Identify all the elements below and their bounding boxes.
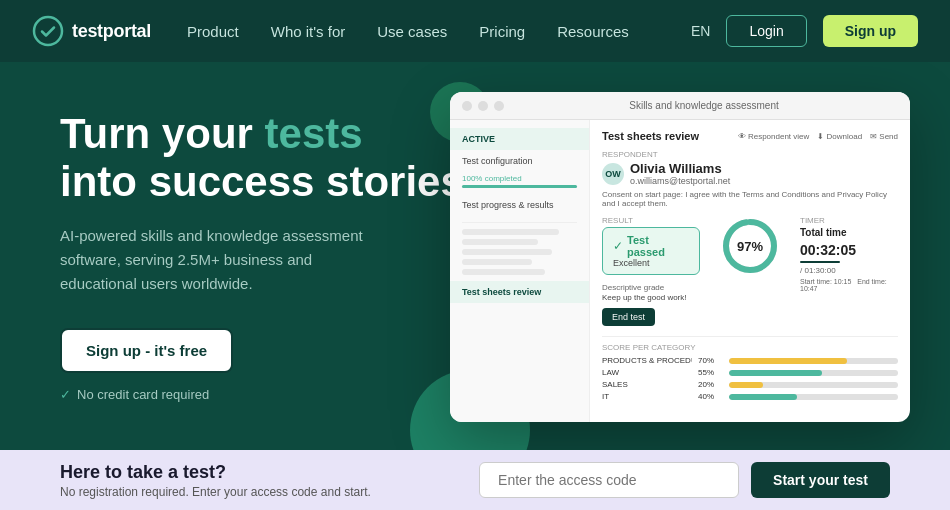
passed-badge: ✓ Test passed Excellent xyxy=(602,227,700,275)
hero-title-highlight: tests xyxy=(265,110,363,157)
respondent-section: RESPONDENT OW Olivia Williams o.williams… xyxy=(602,150,898,208)
hero-section: Turn your tests into success stories AI-… xyxy=(0,62,950,450)
sidebar-test-config: Test configuration xyxy=(450,150,589,172)
mockup-window: Skills and knowledge assessment ACTIVE T… xyxy=(450,92,910,422)
signup-button[interactable]: Sign up xyxy=(823,15,918,47)
score-section-label: SCORE PER CATEGORY xyxy=(602,343,898,352)
no-credit-text: No credit card required xyxy=(60,387,480,402)
sidebar-active-tab: ACTIVE xyxy=(450,128,589,150)
nav-pricing[interactable]: Pricing xyxy=(479,23,525,40)
sidebar-test-sheets: Test sheets review xyxy=(450,281,589,303)
score-row-law: LAW 55% xyxy=(602,368,898,377)
progress-bar-fill xyxy=(462,185,577,188)
nav-product[interactable]: Product xyxy=(187,23,239,40)
sidebar-test-progress: Test progress & results xyxy=(450,194,589,216)
mockup-topbar: Test sheets review 👁 Respondent view ⬇ D… xyxy=(602,130,898,142)
respondent-details: Olivia Williams o.williams@testportal.ne… xyxy=(630,161,730,186)
send-action: ✉ Send xyxy=(870,132,898,141)
hero-title: Turn your tests into success stories xyxy=(60,110,480,207)
respondent-view: 👁 Respondent view xyxy=(738,132,810,141)
brand-name: testportal xyxy=(72,21,151,42)
access-code-input[interactable] xyxy=(479,462,739,498)
window-dot-1 xyxy=(462,101,472,111)
desc-grade-text: Keep up the good work! xyxy=(602,293,700,302)
mockup-header: Skills and knowledge assessment xyxy=(450,92,910,120)
score-row-sales: SALES 20% xyxy=(602,380,898,389)
mockup-title: Skills and knowledge assessment xyxy=(510,100,898,111)
test-sheets-title: Test sheets review xyxy=(602,130,699,142)
end-time-label: End time xyxy=(857,278,885,285)
respondent-name: Olivia Williams xyxy=(630,161,730,176)
hero-title-line2: into success stories xyxy=(60,158,464,205)
nav-links: Product Who it's for Use cases Pricing R… xyxy=(187,23,691,40)
hero-subtitle: AI-powered skills and knowledge assessme… xyxy=(60,224,380,296)
percentage-label: 97% xyxy=(737,239,763,254)
start-time-value: 10:15 xyxy=(834,278,852,285)
respondent-label: RESPONDENT xyxy=(602,150,898,159)
check-icon: ✓ xyxy=(613,239,623,253)
bottom-left: Here to take a test? No registration req… xyxy=(60,462,439,499)
download-action: ⬇ Download xyxy=(817,132,862,141)
hero-cta-button[interactable]: Sign up - it's free xyxy=(60,328,233,373)
percentage-circle: 97% xyxy=(710,216,790,276)
hero-content: Turn your tests into success stories AI-… xyxy=(60,110,480,403)
donut-chart: 97% xyxy=(720,216,780,276)
end-test-button[interactable]: End test xyxy=(602,308,655,326)
progress-completed: 100% completed xyxy=(462,174,577,183)
hero-title-line1: Turn your xyxy=(60,110,265,157)
score-row-it: IT 40% xyxy=(602,392,898,401)
passed-header: ✓ Test passed xyxy=(613,234,689,258)
consent-text: Consent on start page: I agree with the … xyxy=(602,190,898,208)
passed-text: Test passed xyxy=(627,234,689,258)
timer-value: 00:32:05 xyxy=(800,242,898,258)
mockup-sidebar: ACTIVE Test configuration 100% completed… xyxy=(450,120,590,422)
logo[interactable]: testportal xyxy=(32,15,151,47)
grade-text: Excellent xyxy=(613,258,689,268)
bottom-section: Here to take a test? No registration req… xyxy=(0,450,950,510)
progress-bar-container: 100% completed xyxy=(450,172,589,194)
time-range: Start time: 10:15 End time: 10:47 xyxy=(800,278,898,292)
timer-max: / 01:30:00 xyxy=(800,266,898,275)
result-row: RESULT ✓ Test passed Excellent Descripti… xyxy=(602,216,898,326)
respondent-info: OW Olivia Williams o.williams@testportal… xyxy=(602,161,898,186)
bottom-subtitle: No registration required. Enter your acc… xyxy=(60,485,439,499)
nav-usecases[interactable]: Use cases xyxy=(377,23,447,40)
mockup-main-content: Test sheets review 👁 Respondent view ⬇ D… xyxy=(590,120,910,422)
language-selector[interactable]: EN xyxy=(691,23,710,39)
result-label: RESULT xyxy=(602,216,700,225)
access-form: Start your test xyxy=(479,462,890,498)
mockup-body: ACTIVE Test configuration 100% completed… xyxy=(450,120,910,422)
start-time-label: Start time xyxy=(800,278,830,285)
window-dot-3 xyxy=(494,101,504,111)
svg-point-0 xyxy=(34,17,62,45)
desc-grade-label: Descriptive grade xyxy=(602,283,700,292)
bottom-title: Here to take a test? xyxy=(60,462,439,483)
app-mockup: Skills and knowledge assessment ACTIVE T… xyxy=(450,92,910,422)
start-test-button[interactable]: Start your test xyxy=(751,462,890,498)
logo-icon xyxy=(32,15,64,47)
login-button[interactable]: Login xyxy=(726,15,806,47)
window-dot-2 xyxy=(478,101,488,111)
nav-resources[interactable]: Resources xyxy=(557,23,629,40)
nav-who[interactable]: Who it's for xyxy=(271,23,346,40)
timer-divider xyxy=(800,261,840,263)
end-time-value: 10:47 xyxy=(800,285,818,292)
total-time-label: Total time xyxy=(800,227,898,238)
respondent-avatar: OW xyxy=(602,163,624,185)
timer-section: TIMER Total time 00:32:05 / 01:30:00 Sta… xyxy=(800,216,898,292)
nav-right: EN Login Sign up xyxy=(691,15,918,47)
score-row-0: PRODUCTS & PROCEDURES 70% xyxy=(602,356,898,365)
navbar: testportal Product Who it's for Use case… xyxy=(0,0,950,62)
score-section: SCORE PER CATEGORY PRODUCTS & PROCEDURES… xyxy=(602,336,898,401)
respondent-email: o.williams@testportal.net xyxy=(630,176,730,186)
topbar-actions: 👁 Respondent view ⬇ Download ✉ Send xyxy=(738,132,898,141)
timer-label: TIMER xyxy=(800,216,898,225)
result-column: RESULT ✓ Test passed Excellent Descripti… xyxy=(602,216,700,326)
progress-bar-bg xyxy=(462,185,577,188)
